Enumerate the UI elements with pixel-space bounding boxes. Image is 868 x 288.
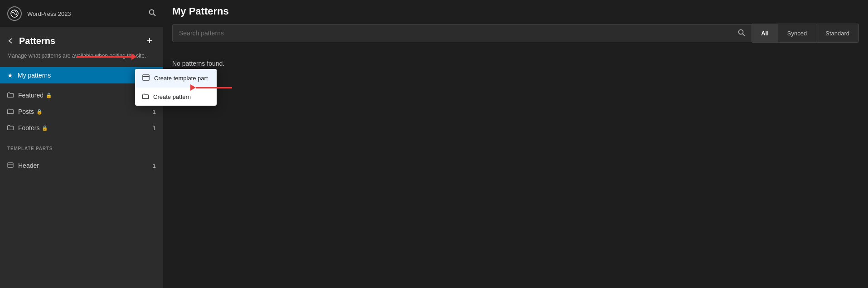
create-template-part-label: Create template part bbox=[154, 75, 208, 82]
create-pattern-item[interactable]: Create pattern bbox=[135, 88, 217, 106]
svg-point-5 bbox=[739, 29, 743, 34]
tab-synced[interactable]: Synced bbox=[778, 24, 816, 42]
back-button[interactable] bbox=[7, 37, 15, 44]
list-item[interactable]: Posts 🔒 1 bbox=[0, 103, 163, 120]
search-button[interactable] bbox=[738, 29, 745, 38]
sidebar-top-bar: WordPress 2023 bbox=[0, 0, 163, 27]
header-count: 1 bbox=[153, 162, 156, 169]
sidebar: WordPress 2023 Patterns + Manage what pa… bbox=[0, 0, 163, 288]
template-icon bbox=[7, 162, 14, 169]
no-patterns-message: No patterns found. bbox=[163, 46, 868, 81]
footers-label: Footers 🔒 bbox=[18, 124, 148, 132]
my-patterns-label: My patterns bbox=[18, 72, 148, 79]
lock-icon: 🔒 bbox=[46, 93, 52, 98]
main-header: My Patterns All Synced Standard bbox=[163, 0, 868, 46]
posts-count: 1 bbox=[153, 108, 156, 115]
pattern-icon bbox=[142, 93, 149, 100]
create-pattern-label: Create pattern bbox=[153, 93, 191, 100]
folder-icon bbox=[7, 108, 14, 115]
tabs-container: All Synced Standard bbox=[752, 24, 859, 43]
posts-label: Posts 🔒 bbox=[18, 108, 148, 115]
search-bar bbox=[172, 24, 752, 42]
wp-logo bbox=[7, 6, 22, 21]
svg-rect-7 bbox=[143, 75, 149, 80]
list-item[interactable]: Header 1 bbox=[0, 157, 163, 174]
featured-label: Featured 🔒 bbox=[18, 92, 148, 99]
dropdown-popup: Create template part Create pattern bbox=[135, 69, 217, 106]
add-pattern-button[interactable]: + bbox=[143, 34, 156, 47]
search-input[interactable] bbox=[179, 29, 738, 37]
patterns-heading: Patterns bbox=[19, 36, 139, 46]
search-and-tabs: All Synced Standard bbox=[172, 24, 859, 43]
template-part-icon bbox=[142, 74, 150, 82]
site-title: WordPress 2023 bbox=[27, 10, 71, 17]
template-parts-list: Header 1 bbox=[0, 154, 163, 177]
svg-line-6 bbox=[743, 34, 745, 36]
tab-standard[interactable]: Standard bbox=[816, 24, 858, 42]
footers-count: 1 bbox=[153, 125, 156, 132]
folder-icon bbox=[7, 92, 14, 99]
header-label: Header bbox=[18, 162, 148, 169]
svg-line-2 bbox=[154, 14, 156, 16]
sidebar-search-button[interactable] bbox=[149, 9, 156, 18]
template-parts-heading: TEMPLATE PARTS bbox=[0, 140, 163, 154]
folder-icon bbox=[7, 124, 14, 132]
create-template-part-item[interactable]: Create template part bbox=[135, 69, 217, 88]
lock-icon: 🔒 bbox=[36, 109, 43, 115]
tab-all[interactable]: All bbox=[752, 24, 778, 42]
page-title: My Patterns bbox=[172, 5, 859, 17]
main-content: My Patterns All Synced Standard No patte… bbox=[163, 0, 868, 288]
list-item[interactable]: Footers 🔒 1 bbox=[0, 120, 163, 136]
lock-icon: 🔒 bbox=[42, 125, 48, 131]
star-icon: ★ bbox=[7, 72, 13, 79]
svg-point-1 bbox=[150, 10, 154, 15]
patterns-header: Patterns + bbox=[0, 27, 163, 52]
sidebar-description: Manage what patterns are available when … bbox=[0, 52, 163, 67]
svg-rect-3 bbox=[8, 163, 13, 167]
